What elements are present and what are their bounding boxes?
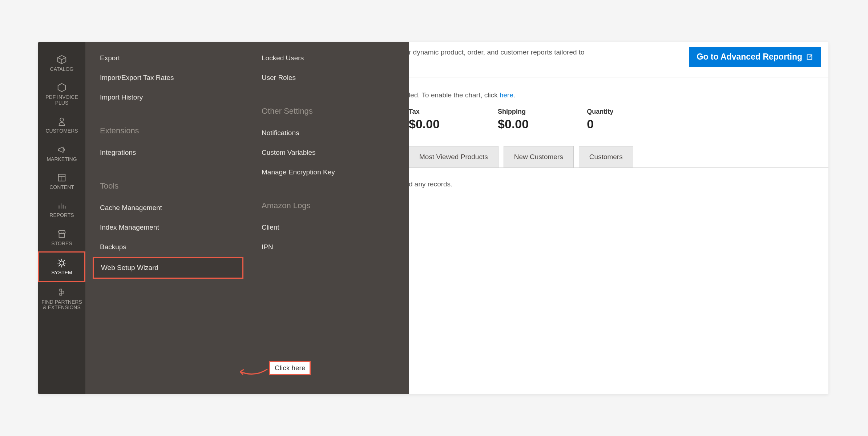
sidebar-system-label: SYSTEM [41, 270, 82, 275]
flyout-heading-tools: Tools [100, 181, 236, 191]
callout-annotation: Click here [269, 361, 311, 375]
chart-msg-prefix: led. To enable the chart, click [409, 91, 500, 99]
sidebar-reports-label: REPORTS [40, 213, 83, 218]
stat-value: $0.00 [498, 117, 529, 131]
advanced-reporting-button[interactable]: Go to Advanced Reporting [689, 47, 821, 67]
bars-icon [56, 200, 67, 211]
top-description: r dynamic product, order, and customer r… [409, 47, 585, 56]
flyout-link[interactable]: IPN [262, 237, 398, 257]
sidebar-catalog-label: CATALOG [40, 66, 83, 72]
tab-most-viewed-products[interactable]: Most Viewed Products [409, 146, 498, 168]
callout-arrow-icon [237, 367, 269, 378]
top-bar: r dynamic product, order, and customer r… [409, 42, 828, 77]
sidebar-system[interactable]: SYSTEM [38, 251, 85, 282]
flyout-heading-other-settings: Other Settings [262, 106, 398, 116]
sidebar-stores-label: STORES [40, 241, 83, 246]
sidebar-reports[interactable]: REPORTS [38, 195, 85, 223]
stat-label: Tax [409, 108, 440, 116]
sidebar-catalog[interactable]: CATALOG [38, 49, 85, 77]
flyout-link[interactable]: Export [100, 48, 236, 68]
layout-icon [56, 172, 67, 183]
stat-quantity: Quantity0 [587, 108, 613, 131]
sidebar-marketing[interactable]: MARKETING [38, 139, 85, 167]
flyout-link[interactable]: Backups [100, 237, 236, 257]
hex-icon [56, 82, 67, 93]
stat-shipping: Shipping$0.00 [498, 108, 529, 131]
flyout-link[interactable]: Custom Variables [262, 143, 398, 162]
sidebar-content-label: CONTENT [40, 185, 83, 190]
no-records-message: d any records. [409, 168, 828, 188]
flyout-col-1: ExportImport/Export Tax RatesImport Hist… [85, 42, 247, 394]
stats-row: Tax$0.00Shipping$0.00Quantity0 [409, 108, 828, 146]
flyout-link[interactable]: Import History [100, 88, 236, 107]
stat-label: Shipping [498, 108, 529, 116]
flyout-link-web-setup-wizard[interactable]: Web Setup Wizard [93, 257, 243, 279]
stat-value: 0 [587, 117, 613, 131]
callout-label: Click here [269, 361, 311, 375]
advanced-reporting-label: Go to Advanced Reporting [697, 52, 803, 62]
chart-msg-suffix: . [513, 91, 515, 99]
blocks-icon [56, 287, 67, 298]
chart-disabled-message: led. To enable the chart, click here. [409, 77, 828, 108]
megaphone-icon [56, 144, 67, 155]
app-canvas: CATALOGPDF INVOICE PLUSCUSTOMERSMARKETIN… [38, 42, 828, 394]
sidebar-marketing-label: MARKETING [40, 157, 83, 162]
gear-icon [56, 258, 67, 269]
stat-tax: Tax$0.00 [409, 108, 440, 131]
sidebar-content[interactable]: CONTENT [38, 167, 85, 195]
sidebar-find-partners[interactable]: FIND PARTNERS & EXTENSIONS [38, 282, 85, 316]
stat-value: $0.00 [409, 117, 440, 131]
flyout-heading-amazon-logs: Amazon Logs [262, 201, 398, 210]
tab-new-customers[interactable]: New Customers [504, 146, 574, 168]
enable-chart-link[interactable]: here [500, 91, 513, 99]
flyout-link[interactable]: Notifications [262, 123, 398, 143]
flyout-link[interactable]: Cache Management [100, 198, 236, 218]
stat-label: Quantity [587, 108, 613, 116]
sidebar-find-partners-label: FIND PARTNERS & EXTENSIONS [40, 299, 83, 311]
tabs-row: Most Viewed ProductsNew CustomersCustome… [409, 146, 828, 168]
sidebar-pdf-invoice-plus[interactable]: PDF INVOICE PLUS [38, 77, 85, 111]
sidebar-customers[interactable]: CUSTOMERS [38, 111, 85, 139]
flyout-link[interactable]: Locked Users [262, 48, 398, 68]
sidebar-customers-label: CUSTOMERS [40, 128, 83, 134]
cube-icon [56, 54, 67, 65]
store-icon [56, 229, 67, 239]
flyout-link[interactable]: Integrations [100, 143, 236, 162]
person-icon [56, 116, 67, 127]
external-link-icon [806, 53, 813, 61]
flyout-link[interactable]: Client [262, 218, 398, 237]
flyout-link[interactable]: Manage Encryption Key [262, 162, 398, 182]
admin-sidebar: CATALOGPDF INVOICE PLUSCUSTOMERSMARKETIN… [38, 42, 85, 394]
flyout-link[interactable]: Index Management [100, 218, 236, 237]
flyout-link[interactable]: User Roles [262, 68, 398, 88]
sidebar-stores[interactable]: STORES [38, 223, 85, 251]
dashboard-content: r dynamic product, order, and customer r… [409, 42, 828, 188]
flyout-link[interactable]: Import/Export Tax Rates [100, 68, 236, 88]
sidebar-pdf-invoice-plus-label: PDF INVOICE PLUS [40, 94, 83, 106]
flyout-heading-extensions: Extensions [100, 126, 236, 136]
system-flyout: ExportImport/Export Tax RatesImport Hist… [85, 42, 409, 394]
flyout-col-2: Locked UsersUser RolesOther SettingsNoti… [247, 42, 409, 394]
tab-customers[interactable]: Customers [579, 146, 633, 168]
